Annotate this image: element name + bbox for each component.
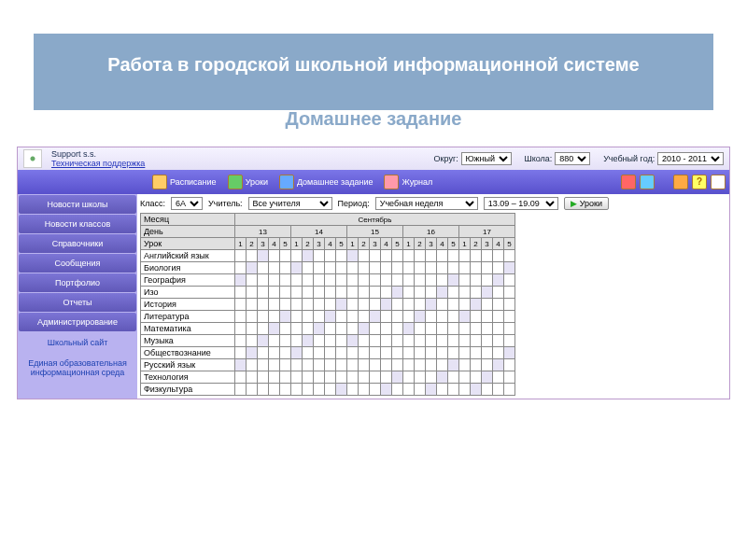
grid-cell[interactable] (437, 311, 448, 323)
grid-cell[interactable] (381, 262, 392, 274)
grid-cell[interactable] (347, 347, 359, 359)
grid-cell[interactable] (471, 299, 482, 311)
grid-cell[interactable] (235, 287, 247, 299)
grid-cell[interactable] (247, 384, 258, 396)
grid-cell[interactable] (258, 299, 269, 311)
grid-cell[interactable] (415, 250, 426, 262)
grid-cell[interactable] (392, 262, 403, 274)
grid-cell[interactable] (291, 359, 303, 371)
grid-cell[interactable] (448, 299, 459, 311)
grid-cell[interactable] (280, 323, 291, 335)
grid-cell[interactable] (493, 323, 504, 335)
grid-cell[interactable] (493, 287, 504, 299)
grid-cell[interactable] (381, 274, 392, 287)
grid-cell[interactable] (280, 359, 291, 371)
grid-cell[interactable] (336, 335, 347, 347)
grid-cell[interactable] (314, 384, 325, 396)
grid-cell[interactable] (381, 311, 392, 323)
grid-cell[interactable] (269, 371, 280, 384)
grid-cell[interactable] (336, 262, 347, 274)
grid-cell[interactable] (247, 347, 258, 359)
grid-cell[interactable] (448, 311, 459, 323)
grid-cell[interactable] (359, 359, 370, 371)
grid-cell[interactable] (471, 347, 482, 359)
grid-cell[interactable] (403, 347, 415, 359)
grid-cell[interactable] (381, 299, 392, 311)
grid-cell[interactable] (459, 335, 471, 347)
grid-cell[interactable] (314, 299, 325, 311)
grid-cell[interactable] (303, 335, 314, 347)
grid-cell[interactable] (403, 335, 415, 347)
grid-cell[interactable] (392, 359, 403, 371)
grid-cell[interactable] (437, 262, 448, 274)
grid-cell[interactable] (437, 287, 448, 299)
grid-cell[interactable] (482, 384, 493, 396)
grid-cell[interactable] (448, 250, 459, 262)
grid-cell[interactable] (471, 371, 482, 384)
grid-cell[interactable] (504, 384, 515, 396)
grid-cell[interactable] (235, 311, 247, 323)
grid-cell[interactable] (303, 323, 314, 335)
grid-cell[interactable] (247, 371, 258, 384)
grid-cell[interactable] (392, 287, 403, 299)
grid-cell[interactable] (415, 323, 426, 335)
grid-cell[interactable] (269, 335, 280, 347)
grid-cell[interactable] (325, 371, 336, 384)
grid-cell[interactable] (235, 347, 247, 359)
grid-cell[interactable] (403, 274, 415, 287)
grid-cell[interactable] (325, 274, 336, 287)
grid-cell[interactable] (415, 371, 426, 384)
grid-cell[interactable] (392, 323, 403, 335)
grid-cell[interactable] (370, 371, 381, 384)
grid-cell[interactable] (336, 274, 347, 287)
tool-icon-1[interactable] (621, 175, 636, 189)
grid-cell[interactable] (235, 323, 247, 335)
grid-cell[interactable] (493, 311, 504, 323)
grid-cell[interactable] (459, 287, 471, 299)
grid-cell[interactable] (381, 371, 392, 384)
grid-cell[interactable] (303, 299, 314, 311)
grid-cell[interactable] (437, 299, 448, 311)
grid-cell[interactable] (482, 311, 493, 323)
grid-cell[interactable] (347, 262, 359, 274)
grid-cell[interactable] (258, 274, 269, 287)
grid-cell[interactable] (504, 371, 515, 384)
grid-cell[interactable] (325, 262, 336, 274)
grid-cell[interactable] (325, 299, 336, 311)
grid-cell[interactable] (247, 323, 258, 335)
grid-cell[interactable] (269, 359, 280, 371)
grid-cell[interactable] (459, 323, 471, 335)
grid-cell[interactable] (448, 262, 459, 274)
grid-cell[interactable] (325, 250, 336, 262)
grid-cell[interactable] (269, 250, 280, 262)
grid-cell[interactable] (269, 323, 280, 335)
grid-cell[interactable] (258, 347, 269, 359)
sidebar-item-2[interactable]: Справочники (19, 234, 136, 253)
grid-cell[interactable] (359, 262, 370, 274)
grid-cell[interactable] (269, 347, 280, 359)
grid-cell[interactable] (370, 335, 381, 347)
grid-cell[interactable] (235, 299, 247, 311)
menu-schedule[interactable]: Расписание (152, 175, 217, 189)
grid-cell[interactable] (258, 323, 269, 335)
grid-cell[interactable] (336, 299, 347, 311)
grid-cell[interactable] (504, 347, 515, 359)
grid-cell[interactable] (314, 311, 325, 323)
grid-cell[interactable] (459, 371, 471, 384)
grid-cell[interactable] (370, 287, 381, 299)
grid-cell[interactable] (247, 311, 258, 323)
grid-cell[interactable] (347, 287, 359, 299)
grid-cell[interactable] (426, 287, 437, 299)
grid-cell[interactable] (280, 384, 291, 396)
grid-cell[interactable] (336, 347, 347, 359)
grid-cell[interactable] (504, 335, 515, 347)
grid-cell[interactable] (415, 274, 426, 287)
teacher-select[interactable]: Все учителя (248, 197, 332, 210)
grid-cell[interactable] (471, 250, 482, 262)
grid-cell[interactable] (291, 287, 303, 299)
grid-cell[interactable] (303, 311, 314, 323)
grid-cell[interactable] (482, 287, 493, 299)
grid-cell[interactable] (247, 335, 258, 347)
grid-cell[interactable] (459, 299, 471, 311)
grid-cell[interactable] (269, 311, 280, 323)
